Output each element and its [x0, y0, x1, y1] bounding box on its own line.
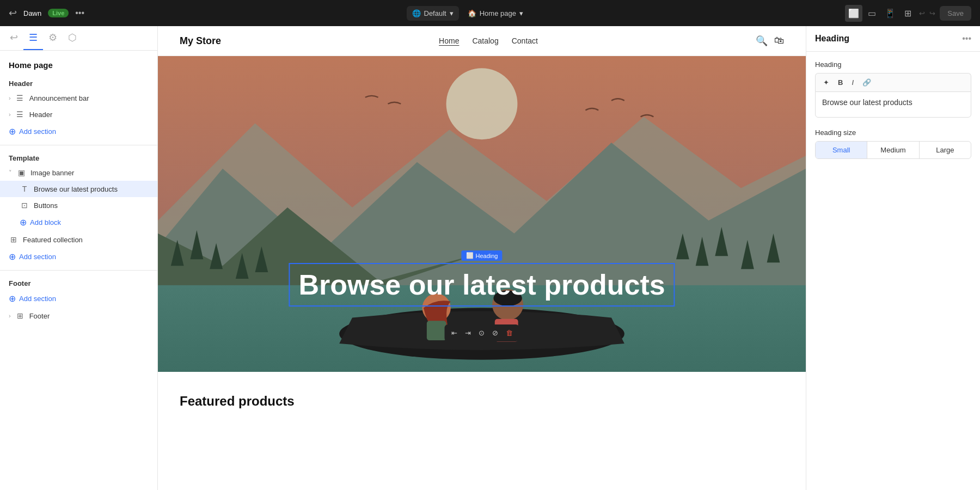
search-icon[interactable]: 🔍 — [756, 35, 768, 47]
right-panel-title: Heading — [815, 34, 849, 44]
tab-apps[interactable]: ⬡ — [63, 26, 82, 50]
more-device-button[interactable]: ⊞ — [901, 5, 915, 22]
toolbar-hide[interactable]: ⊘ — [489, 327, 501, 339]
sidebar-item-featured-collection[interactable]: ⊞ Featured collection — [0, 231, 157, 248]
nav-link-home[interactable]: Home — [439, 36, 459, 45]
add-section-button-3[interactable]: ⊕ Add section — [0, 290, 157, 308]
image-banner-label: Image banner — [30, 169, 74, 177]
chevron-down-icon-2: ▾ — [519, 9, 523, 17]
footer-label: Footer — [29, 312, 50, 320]
editor-link-button[interactable]: 🔗 — [859, 77, 874, 88]
sidebar-item-browse-heading[interactable]: T Browse our latest products — [0, 181, 157, 197]
right-panel: Heading ••• Heading ✦ B I 🔗 Browse our l… — [806, 26, 980, 490]
toolbar-align-left[interactable]: ⇤ — [448, 327, 461, 339]
live-badge: Live — [48, 9, 69, 17]
divider-1 — [0, 145, 157, 145]
redo-button[interactable]: ↪ — [929, 9, 935, 17]
size-option-small[interactable]: Small — [816, 142, 867, 158]
store-nav-links: Home Catalog Contact — [439, 36, 538, 45]
announcement-bar-icon: ☰ — [15, 94, 25, 102]
chevron-right-icon-2: › — [9, 111, 11, 118]
chevron-right-icon: › — [9, 95, 11, 101]
user-name: Dawn — [23, 9, 41, 17]
add-section-button-1[interactable]: ⊕ Add section — [0, 122, 157, 140]
nav-link-catalog[interactable]: Catalog — [472, 36, 498, 45]
buttons-label: Buttons — [34, 201, 58, 210]
heading-overlay[interactable]: ⬜ Heading Browse our latest products — [289, 250, 675, 307]
editor-italic-button[interactable]: I — [848, 77, 857, 88]
add-block-label: Add block — [30, 218, 61, 226]
add-section-button-2[interactable]: ⊕ Add section — [0, 248, 157, 266]
sidebar-item-announcement-bar[interactable]: › ☰ Announcement bar — [0, 90, 157, 106]
right-panel-body: Heading ✦ B I 🔗 Browse our latest produc… — [806, 52, 980, 490]
buttons-icon: ⊡ — [20, 201, 29, 210]
main-content: ↩ ☰ ⚙ ⬡ Home page Header › ☰ Announcemen… — [0, 26, 980, 490]
device-buttons: ⬜ ▭ 📱 ⊞ — [845, 5, 915, 22]
tab-sections[interactable]: ☰ — [23, 26, 43, 50]
editor-bold-button[interactable]: B — [835, 77, 846, 88]
toolbar-settings[interactable]: ⊙ — [475, 327, 488, 339]
footer-group-title: Footer — [0, 275, 157, 290]
sidebar-item-buttons[interactable]: ⊡ Buttons — [0, 197, 157, 213]
save-button[interactable]: Save — [940, 6, 971, 21]
page-selector[interactable]: 🏠 Home page ▾ — [468, 9, 523, 17]
header-group-title: Header — [0, 75, 157, 90]
toolbar-align-right[interactable]: ⇥ — [462, 327, 474, 339]
right-panel-more-button[interactable]: ••• — [962, 34, 971, 44]
heading-size-label: Heading size — [815, 128, 971, 137]
add-section-label-3: Add section — [19, 295, 56, 303]
undo-button[interactable]: ↩ — [919, 9, 925, 17]
add-section-label-2: Add section — [19, 253, 56, 261]
chevron-right-icon-3: › — [9, 313, 11, 319]
left-sidebar: ↩ ☰ ⚙ ⬡ Home page Header › ☰ Announcemen… — [0, 26, 158, 490]
svg-point-1 — [446, 68, 518, 139]
editor-magic-button[interactable]: ✦ — [820, 77, 832, 88]
footer-icon: ⊞ — [15, 311, 25, 320]
preview-inner: My Store Home Catalog Contact 🔍 🛍 — [158, 26, 806, 490]
divider-2 — [0, 270, 157, 271]
mobile-device-button[interactable]: 📱 — [881, 5, 899, 22]
heading-text: Browse our latest products — [298, 269, 665, 301]
header-icon: ☰ — [15, 110, 25, 119]
sidebar-item-image-banner[interactable]: ˅ ▣ Image banner — [0, 164, 157, 181]
sidebar-item-footer[interactable]: › ⊞ Footer — [0, 308, 157, 324]
heading-input-field[interactable]: Browse our latest products — [815, 91, 971, 118]
chevron-down-icon: ▾ — [450, 9, 454, 17]
tab-settings[interactable]: ⚙ — [43, 26, 63, 50]
heading-text-box[interactable]: Browse our latest products — [289, 263, 675, 307]
plus-circle-icon-4: ⊕ — [9, 293, 16, 304]
globe-icon: 🌐 — [412, 9, 421, 17]
nav-link-contact[interactable]: Contact — [512, 36, 538, 45]
image-banner-icon: ▣ — [16, 168, 26, 177]
store-logo: My Store — [180, 35, 221, 47]
tab-back[interactable]: ↩ — [4, 26, 23, 50]
size-option-large[interactable]: Large — [920, 142, 971, 158]
heading-block-icon: ⬜ — [466, 252, 474, 259]
heading-label: ⬜ Heading — [462, 250, 503, 261]
store-nav-icons: 🔍 🛍 — [756, 35, 784, 47]
sidebar-item-header[interactable]: › ☰ Header — [0, 106, 157, 122]
plus-circle-icon-2: ⊕ — [20, 217, 27, 228]
desktop-device-button[interactable]: ⬜ — [845, 5, 862, 22]
back-button[interactable]: ↩ — [9, 7, 17, 19]
featured-collection-icon: ⊞ — [9, 235, 19, 244]
toolbar-delete[interactable]: 🗑 — [503, 327, 516, 339]
text-editor-toolbar: ✦ B I 🔗 — [815, 73, 971, 91]
featured-title: Featured products — [180, 394, 784, 409]
right-panel-header: Heading ••• — [806, 26, 980, 52]
browse-heading-label: Browse our latest products — [34, 185, 118, 193]
home-icon: 🏠 — [468, 9, 476, 17]
cart-icon[interactable]: 🛍 — [774, 35, 784, 47]
tablet-device-button[interactable]: ▭ — [865, 5, 879, 22]
svg-rect-18 — [427, 321, 446, 340]
topbar-left: ↩ Dawn Live ••• — [9, 7, 84, 19]
featured-collection-label: Featured collection — [23, 236, 83, 244]
add-block-button[interactable]: ⊕ Add block — [0, 213, 157, 231]
more-options-button[interactable]: ••• — [75, 8, 84, 18]
topbar-center: 🌐 Default ▾ 🏠 Home page ▾ — [407, 6, 523, 21]
size-option-medium[interactable]: Medium — [867, 142, 919, 158]
theme-selector[interactable]: 🌐 Default ▾ — [407, 6, 459, 21]
page-title: Home page — [0, 57, 157, 75]
template-group-title: Template — [0, 150, 157, 164]
text-icon: T — [20, 185, 29, 193]
